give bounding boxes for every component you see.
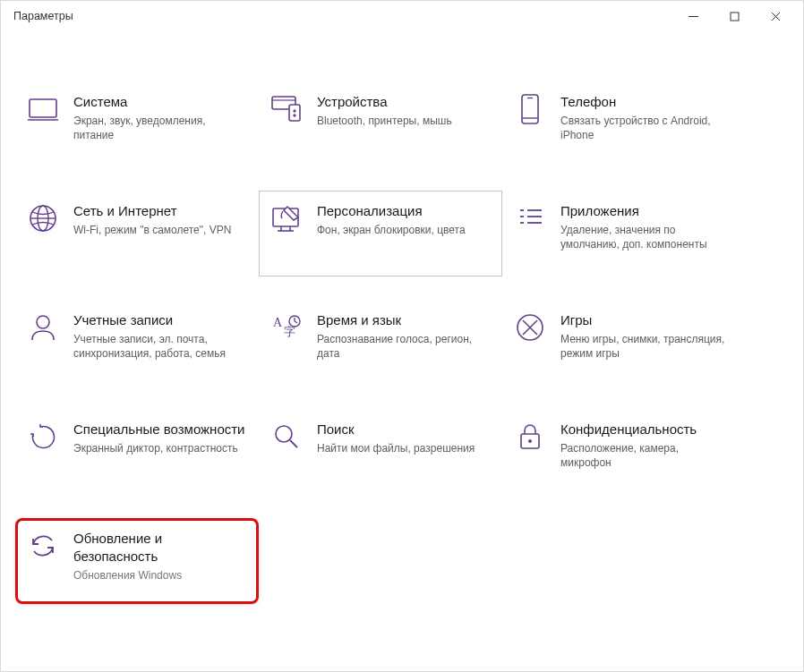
tile-desc: Bluetooth, принтеры, мышь — [317, 114, 489, 128]
tile-gaming[interactable]: Игры Меню игры, снимки, трансляция, режи… — [502, 300, 746, 386]
time-language-icon: A字 — [270, 311, 303, 344]
window-controls — [672, 3, 796, 30]
tile-search[interactable]: Поиск Найти мои файлы, разрешения — [259, 409, 502, 495]
svg-point-10 — [294, 110, 295, 112]
search-icon — [270, 421, 303, 453]
settings-content: Система Экран, звук, уведомления, питани… — [1, 31, 803, 627]
tile-ease-of-access[interactable]: Специальные возможности Экранный диктор,… — [15, 409, 259, 495]
system-icon — [27, 93, 59, 125]
tile-desc: Фон, экран блокировки, цвета — [317, 223, 489, 237]
tile-title: Сеть и Интернет — [73, 202, 245, 220]
tile-title: Конфиденциальность — [560, 421, 732, 438]
tile-desc: Найти мои файлы, разрешения — [317, 441, 489, 455]
phone-icon — [514, 93, 546, 125]
svg-rect-1 — [731, 13, 739, 21]
svg-text:A: A — [273, 316, 283, 329]
svg-point-36 — [276, 426, 292, 442]
update-icon — [27, 530, 59, 562]
settings-grid: Система Экран, звук, уведомления, питани… — [15, 81, 789, 627]
tile-title: Приложения — [560, 202, 732, 220]
svg-line-37 — [290, 440, 297, 447]
tile-title: Игры — [560, 311, 732, 329]
minimize-button[interactable] — [672, 3, 714, 30]
ease-of-access-icon — [27, 421, 59, 453]
tile-privacy[interactable]: Конфиденциальность Расположение, камера,… — [502, 409, 746, 495]
tile-title: Поиск — [317, 421, 489, 438]
tile-desc: Связать устройство с Android, iPhone — [560, 114, 732, 142]
tile-title: Устройства — [317, 93, 489, 111]
svg-line-32 — [295, 321, 297, 323]
svg-point-9 — [294, 115, 295, 116]
tile-desc: Удаление, значения по умолчанию, доп. ко… — [560, 223, 732, 251]
window-title: Параметры — [13, 10, 73, 22]
titlebar: Параметры — [1, 1, 803, 31]
tile-desc: Распознавание голоса, регион, дата — [317, 332, 489, 361]
svg-point-27 — [37, 316, 49, 328]
tile-personalization[interactable]: Персонализация Фон, экран блокировки, цв… — [259, 191, 502, 276]
tile-accounts[interactable]: Учетные записи Учетные записи, эл. почта… — [15, 300, 259, 386]
personalization-icon — [270, 202, 303, 234]
tile-title: Телефон — [560, 93, 732, 111]
tile-title: Обновление и безопасность — [73, 530, 245, 566]
lock-icon — [514, 421, 546, 453]
close-button[interactable] — [755, 3, 796, 30]
tile-title: Персонализация — [317, 202, 489, 220]
tile-title: Время и язык — [317, 311, 489, 329]
tile-time-language[interactable]: A字 Время и язык Распознавание голоса, ре… — [259, 300, 502, 386]
tile-title: Учетные записи — [73, 311, 245, 329]
accounts-icon — [27, 311, 59, 344]
tile-phone[interactable]: Телефон Связать устройство с Android, iP… — [502, 81, 746, 167]
svg-point-39 — [528, 439, 532, 443]
svg-rect-11 — [522, 95, 538, 123]
tile-system[interactable]: Система Экран, звук, уведомления, питани… — [15, 81, 259, 167]
globe-icon — [27, 202, 59, 234]
tile-desc: Экранный диктор, контрастность — [73, 441, 245, 455]
tile-desc: Расположение, камера, микрофон — [560, 441, 732, 470]
tile-desc: Wi-Fi, режим "в самолете", VPN — [73, 223, 245, 237]
apps-icon — [514, 202, 546, 234]
tile-apps[interactable]: Приложения Удаление, значения по умолчан… — [502, 191, 746, 276]
gaming-icon — [514, 311, 546, 344]
maximize-button[interactable] — [714, 3, 755, 30]
tile-desc: Меню игры, снимки, трансляция, режим игр… — [560, 332, 732, 361]
tile-update-security[interactable]: Обновление и безопасность Обновления Win… — [15, 518, 259, 604]
tile-desc: Обновления Windows — [73, 568, 245, 583]
tile-desc: Учетные записи, эл. почта, синхронизация… — [73, 332, 245, 361]
svg-rect-8 — [289, 105, 300, 121]
svg-rect-4 — [30, 99, 56, 117]
tile-network[interactable]: Сеть и Интернет Wi-Fi, режим "в самолете… — [15, 191, 259, 276]
devices-icon — [270, 93, 303, 125]
settings-window: Параметры Система Экран, звук, — [0, 0, 804, 672]
tile-title: Специальные возможности — [73, 421, 245, 438]
tile-desc: Экран, звук, уведомления, питание — [73, 114, 245, 142]
tile-devices[interactable]: Устройства Bluetooth, принтеры, мышь — [259, 81, 502, 167]
tile-title: Система — [73, 93, 245, 111]
